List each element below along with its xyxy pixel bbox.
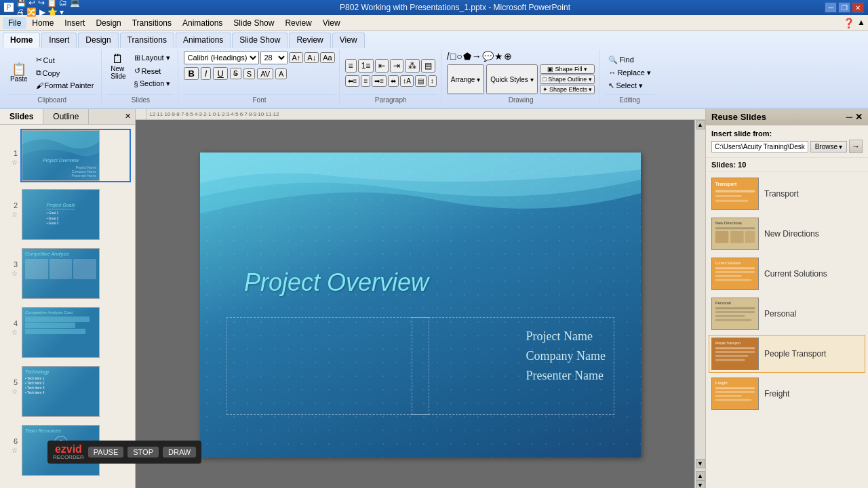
- replace-button[interactable]: ↔ Replace ▾: [605, 67, 654, 79]
- menu-transitions[interactable]: Transitions: [127, 17, 177, 29]
- new-slide-button[interactable]: 🗒 NewSlide: [107, 51, 129, 82]
- slide-thumbnail-5[interactable]: Technology • Tech item 1• Tech item 2• T…: [20, 365, 131, 418]
- line-shape-icon[interactable]: /: [447, 51, 450, 62]
- reuse-slide-item-freight[interactable]: Freight Freight: [709, 375, 865, 413]
- reuse-slide-item-newdir[interactable]: New Directions New Directions: [709, 215, 865, 253]
- shadow-button[interactable]: S: [243, 68, 255, 79]
- shapes-more-icon[interactable]: ⬟: [463, 51, 471, 62]
- reuse-path-input[interactable]: [711, 141, 808, 152]
- format-painter-button[interactable]: 🖌 Format Painter: [33, 80, 98, 91]
- shape-fill-button[interactable]: ▣ Shape Fill ▾: [540, 64, 595, 74]
- ribbon-collapse-icon[interactable]: ▲: [857, 18, 865, 28]
- decrease-indent-button[interactable]: ⇤: [375, 59, 389, 73]
- reuse-slide-item-transport[interactable]: Transport Transport: [709, 175, 865, 213]
- shape-outline-button[interactable]: □ Shape Outline ▾: [540, 75, 595, 84]
- ribbon-tab-view[interactable]: View: [332, 33, 365, 48]
- ribbon-tab-animations[interactable]: Animations: [176, 33, 231, 48]
- copy-button[interactable]: ⧉ Copy: [33, 67, 98, 79]
- layout-button[interactable]: ⊞ Layout ▾: [131, 52, 174, 64]
- browse-button[interactable]: Browse ▾: [810, 141, 847, 152]
- quick-styles-button[interactable]: Quick Styles ▾: [486, 64, 537, 94]
- menu-file[interactable]: File: [3, 17, 26, 29]
- star-shape-icon[interactable]: ★: [494, 51, 503, 62]
- clear-format-button[interactable]: Aa: [320, 52, 334, 63]
- increase-indent-button[interactable]: ⇥: [390, 59, 403, 73]
- window-controls[interactable]: ─ ❐ ✕: [825, 2, 864, 13]
- align-center-button[interactable]: ≡: [361, 75, 370, 87]
- scroll-down-button[interactable]: ▼: [696, 459, 705, 468]
- scroll-down2-button[interactable]: ▼: [696, 481, 705, 488]
- canvas-scrollbar[interactable]: ▲ ▼ ▲ ▼: [694, 120, 705, 488]
- reuse-slide-item-currsoln[interactable]: Current Solutions Current Solutions: [709, 255, 865, 293]
- align-left-button[interactable]: ⬅≡: [345, 75, 360, 87]
- ezvid-stop-button[interactable]: STOP: [127, 447, 159, 458]
- slide-thumbnail-1[interactable]: Project Overview Project NameCompany Nam…: [20, 129, 131, 182]
- rect-shape-icon[interactable]: □: [450, 51, 456, 62]
- reset-button[interactable]: ↺ Reset: [131, 65, 174, 77]
- ribbon-tab-review[interactable]: Review: [289, 33, 330, 48]
- char-spacing-button[interactable]: AV: [257, 68, 273, 79]
- ribbon-tab-home[interactable]: Home: [3, 33, 40, 48]
- menu-view[interactable]: View: [317, 17, 346, 29]
- close-button[interactable]: ✕: [852, 2, 864, 13]
- arrange-button[interactable]: Arrange ▾: [447, 64, 484, 94]
- font-family-select[interactable]: Calibri (Headings): [184, 51, 259, 64]
- slide-canvas[interactable]: Project Overview Project Name Company Na…: [200, 152, 641, 458]
- font-increase-button[interactable]: A↑: [289, 52, 303, 63]
- canvas-center[interactable]: Project Overview Project Name Company Na…: [136, 120, 694, 488]
- align-text-button[interactable]: ▤: [415, 75, 427, 87]
- ezvid-pause-button[interactable]: PAUSE: [88, 447, 123, 458]
- cut-button[interactable]: ✂ Cut: [33, 54, 98, 66]
- font-decrease-button[interactable]: A↓: [304, 52, 319, 63]
- minimize-button[interactable]: ─: [825, 2, 837, 13]
- scroll-up2-button[interactable]: ▲: [696, 471, 705, 481]
- oval-shape-icon[interactable]: ○: [456, 51, 462, 62]
- arrow-shape-icon[interactable]: →: [472, 51, 481, 62]
- line-spacing-button[interactable]: ↕: [428, 75, 437, 87]
- reuse-panel-close-icon[interactable]: ✕: [855, 112, 863, 122]
- shape-effects-button[interactable]: ✦ Shape Effects ▾: [540, 85, 595, 94]
- paste-button[interactable]: 📋 Paste: [7, 61, 31, 85]
- slides-tab[interactable]: Slides: [0, 109, 43, 124]
- slide-thumbnail-4[interactable]: Competitive Analysis Cont.: [20, 306, 131, 359]
- text-direction-button[interactable]: ↕A: [400, 75, 414, 87]
- italic-button[interactable]: I: [201, 67, 212, 80]
- more-shapes-icon[interactable]: ⊕: [504, 51, 512, 62]
- menu-design[interactable]: Design: [90, 17, 126, 29]
- bold-button[interactable]: B: [184, 67, 198, 80]
- restore-button[interactable]: ❐: [838, 2, 850, 13]
- ezvid-draw-button[interactable]: DRAW: [163, 447, 196, 458]
- scroll-up-button[interactable]: ▲: [696, 120, 705, 129]
- ribbon-tab-transitions[interactable]: Transitions: [120, 33, 174, 48]
- menu-review[interactable]: Review: [279, 17, 317, 29]
- slide-thumbnail-2[interactable]: Project Goals • Goal 1• Goal 2• Goal 3: [20, 188, 131, 241]
- reuse-slide-item-people[interactable]: People Transport People Transport: [709, 335, 865, 373]
- bullets-button[interactable]: ≡: [345, 59, 357, 73]
- panel-close-button[interactable]: ✕: [121, 109, 135, 124]
- justify-button[interactable]: ⬌: [388, 75, 399, 87]
- strikethrough-button[interactable]: S̶: [230, 68, 241, 79]
- menu-slideshow[interactable]: Slide Show: [228, 17, 279, 29]
- ribbon-tab-design[interactable]: Design: [78, 33, 118, 48]
- menu-animations[interactable]: Animations: [177, 17, 228, 29]
- columns-button[interactable]: ▤: [421, 59, 435, 73]
- callout-shape-icon[interactable]: 💬: [482, 51, 494, 62]
- ribbon-tab-slideshow[interactable]: Slide Show: [232, 33, 288, 48]
- menu-home[interactable]: Home: [26, 17, 59, 29]
- section-button[interactable]: § Section ▾: [131, 78, 174, 89]
- find-button[interactable]: 🔍 Find: [605, 54, 654, 66]
- reuse-slide-item-personal[interactable]: Personal Personal: [709, 295, 865, 333]
- outline-tab[interactable]: Outline: [43, 109, 89, 124]
- align-right-button[interactable]: ➡≡: [372, 75, 387, 87]
- help-icon[interactable]: ❓: [843, 18, 854, 28]
- reuse-navigate-button[interactable]: →: [849, 140, 863, 153]
- smartart-convert-button[interactable]: ⁂: [405, 59, 420, 73]
- underline-button[interactable]: U: [213, 67, 227, 80]
- slide-thumbnail-3[interactable]: Competitive Analysis: [20, 247, 131, 300]
- select-button[interactable]: ↖ Select ▾: [605, 80, 654, 92]
- menu-insert[interactable]: Insert: [59, 17, 90, 29]
- reuse-panel-minimize-icon[interactable]: ─: [846, 112, 852, 122]
- numbering-button[interactable]: 1≡: [358, 59, 374, 73]
- font-size-select[interactable]: 28: [260, 51, 288, 64]
- font-color-button[interactable]: A: [275, 68, 287, 79]
